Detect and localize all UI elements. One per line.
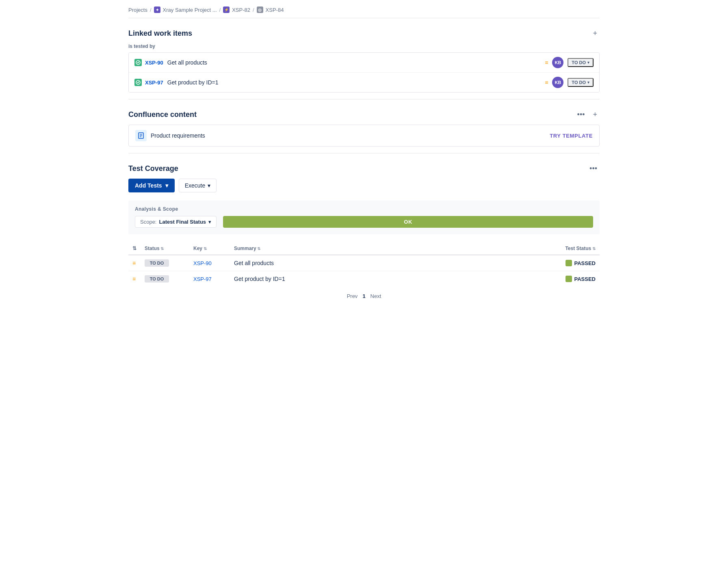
breadcrumb: Projects / ✦ Xray Sample Project ... / ⚡… [128,0,600,18]
coverage-table-header-row: ⇅ Status Key Summary Test Status [128,242,600,255]
test-coverage-title: Test Coverage [128,164,178,173]
status-badge-todo: TO DO [145,275,169,283]
breadcrumb-projects[interactable]: Projects [128,7,147,13]
execute-chevron-icon: ▾ [208,182,210,189]
confluence-more-button[interactable]: ••• [575,109,587,120]
scope-selector[interactable]: Scope: Latest Final Status ▾ [135,216,217,228]
test-coverage-more-button[interactable]: ••• [587,163,600,174]
linked-work-items-header: Linked work items + [128,28,600,39]
analysis-scope-panel: Analysis & Scope Scope: Latest Final Sta… [128,201,600,234]
coverage-table-head: ⇅ Status Key Summary Test Status [128,242,600,255]
work-item-right-xsp97: ≡ KB TO DO ▾ [545,77,594,88]
confluence-doc-icon [135,130,147,141]
xsp82-icon: ⚡ [223,6,230,13]
add-tests-button[interactable]: Add Tests ▾ [128,179,175,192]
coverage-table: ⇅ Status Key Summary Test Status ≡ TO DO [128,242,600,287]
summary-cell-1: Get all products [230,255,526,271]
confluence-item: Product requirements TRY TEMPLATE [128,125,600,147]
priority-icon: ≡ [545,60,548,65]
status-badge-todo: TO DO [145,259,169,267]
status-todo-xsp90[interactable]: TO DO ▾ [568,58,594,67]
avatar-xsp97: KB [552,77,563,88]
work-item-summary-xsp97: Get product by ID=1 [167,79,545,86]
status-cell-1: TO DO [141,255,189,271]
linked-work-items-add-button[interactable]: + [590,28,600,39]
drag-handle-1[interactable]: ≡ [128,255,141,271]
try-template-link[interactable]: TRY TEMPLATE [550,133,593,139]
table-row: ≡ TO DO XSP-97 Get product by ID=1 PASSE… [128,271,600,287]
confluence-content-title: Confluence content [128,110,197,119]
analysis-scope-label: Analysis & Scope [135,206,593,212]
table-row: ≡ TO DO XSP-90 Get all products PASSED [128,255,600,271]
passed-status-1: PASSED [531,260,596,266]
xray-icon: ✦ [154,6,160,13]
breadcrumb-xsp84: XSP-84 [266,7,284,13]
confluence-item-left: Product requirements [135,130,205,141]
linked-work-items-section: Linked work items + is tested by XSP-90 … [128,18,600,99]
add-tests-chevron-icon: ▾ [165,182,168,189]
execute-label: Execute [185,182,206,189]
breadcrumb-xray-project[interactable]: Xray Sample Project ... [163,7,217,13]
avatar-xsp90: KB [552,57,563,68]
confluence-item-name: Product requirements [151,132,205,139]
pagination-prev[interactable]: Prev [347,293,358,299]
summary-cell-2: Get product by ID=1 [230,271,526,287]
key-cell-2: XSP-97 [189,271,230,287]
table-key-xsp97[interactable]: XSP-97 [193,276,212,282]
col-header-status[interactable]: Status [141,242,189,255]
drag-icon: ≡ [132,260,136,266]
key-cell-1: XSP-90 [189,255,230,271]
passed-dot-icon [566,260,572,266]
ok-bar: OK [223,216,593,228]
col-header-drag: ⇅ [128,242,141,255]
work-item-key-xsp90[interactable]: XSP-90 [145,60,163,66]
scope-prefix: Scope: [140,219,156,225]
add-tests-label: Add Tests [135,182,162,189]
test-coverage-header: Test Coverage ••• [128,163,600,174]
linked-work-items-title: Linked work items [128,29,192,38]
test-status-cell-1: PASSED [526,255,600,271]
work-item-icon [134,79,142,86]
status-todo-xsp97[interactable]: TO DO ▾ [568,78,594,87]
breadcrumb-sep1: / [150,7,152,13]
work-items-list: XSP-90 Get all products ≡ KB TO DO ▾ XSP… [128,52,600,93]
confluence-content-header: Confluence content ••• + [128,109,600,120]
confluence-content-actions: ••• + [575,109,600,120]
test-coverage-section: Test Coverage ••• Add Tests ▾ Execute ▾ … [128,153,600,309]
execute-button[interactable]: Execute ▾ [179,179,217,192]
status-label: TO DO [572,60,586,65]
table-key-xsp90[interactable]: XSP-90 [193,260,212,266]
is-tested-by-label: is tested by [128,43,600,49]
test-status-cell-2: PASSED [526,271,600,287]
xsp84-icon: ◎ [257,6,263,13]
col-header-summary[interactable]: Summary [230,242,526,255]
col-header-key[interactable]: Key [189,242,230,255]
coverage-table-body: ≡ TO DO XSP-90 Get all products PASSED [128,255,600,287]
confluence-content-section: Confluence content ••• + Product require… [128,99,600,153]
work-item-summary-xsp90: Get all products [167,59,545,66]
work-item-icon [134,59,142,66]
work-item-key-xsp97[interactable]: XSP-97 [145,80,163,86]
table-row: XSP-97 Get product by ID=1 ≡ KB TO DO ▾ [129,73,599,92]
scope-chevron-icon: ▾ [208,219,211,225]
breadcrumb-xsp82[interactable]: XSP-82 [232,7,250,13]
pagination: Prev 1 Next [128,287,600,302]
passed-label: PASSED [574,260,596,266]
breadcrumb-sep3: / [253,7,254,13]
pagination-next[interactable]: Next [370,293,381,299]
chevron-down-icon: ▾ [587,80,589,84]
drag-icon: ≡ [132,276,136,282]
passed-label: PASSED [574,276,596,282]
passed-status-2: PASSED [531,276,596,282]
drag-handle-2[interactable]: ≡ [128,271,141,287]
priority-icon: ≡ [545,80,548,85]
col-header-test-status[interactable]: Test Status [526,242,600,255]
status-label: TO DO [572,80,586,85]
test-coverage-buttons: Add Tests ▾ Execute ▾ [128,179,600,192]
table-row: XSP-90 Get all products ≡ KB TO DO ▾ [129,53,599,73]
confluence-add-button[interactable]: + [590,109,600,120]
pagination-current: 1 [362,293,365,299]
work-item-right-xsp90: ≡ KB TO DO ▾ [545,57,594,68]
passed-dot-icon [566,276,572,282]
chevron-down-icon: ▾ [587,60,589,65]
